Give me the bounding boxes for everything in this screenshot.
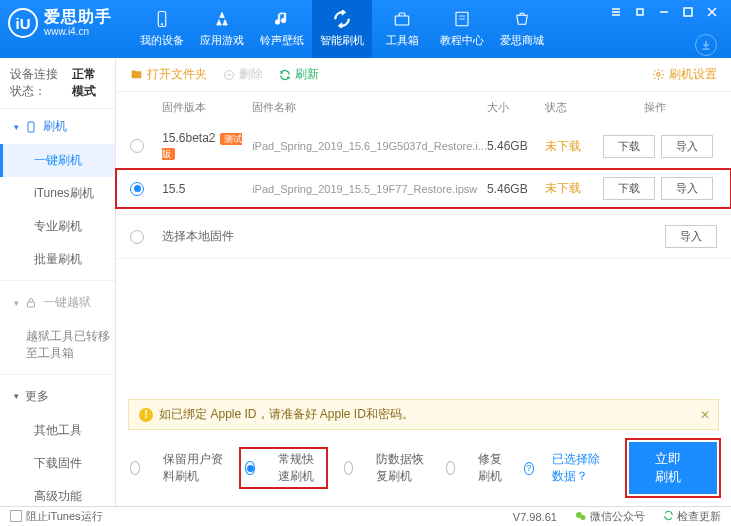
- sidebar-cat-more[interactable]: ▾更多: [0, 379, 115, 414]
- nav-apps[interactable]: 应用游戏: [192, 0, 252, 58]
- sidebar-cat-flash[interactable]: ▾刷机: [0, 109, 115, 144]
- sidebar-item-downloadfw[interactable]: 下载固件: [0, 447, 115, 480]
- block-itunes-checkbox[interactable]: 阻止iTunes运行: [10, 509, 103, 524]
- open-folder-button[interactable]: 打开文件夹: [130, 66, 207, 83]
- logo: iU 爱思助手 www.i4.cn: [8, 0, 112, 38]
- status-bar: 阻止iTunes运行 V7.98.61 微信公众号 检查更新: [0, 506, 731, 526]
- wechat-link[interactable]: 微信公众号: [575, 509, 645, 524]
- mode-quick[interactable]: 常规快速刷机: [241, 449, 325, 487]
- local-firmware-row[interactable]: 选择本地固件 导入: [116, 214, 731, 259]
- alert-close-button[interactable]: ✕: [700, 408, 710, 422]
- nav-ringtone[interactable]: 铃声壁纸: [252, 0, 312, 58]
- mode-repair[interactable]: 修复刷机: [446, 451, 506, 485]
- logo-icon: iU: [8, 8, 38, 38]
- main-panel: 打开文件夹 删除 刷新 刷机设置 固件版本 固件名称 大小 状态 操作 15.6…: [116, 58, 731, 506]
- title-bar: iU 爱思助手 www.i4.cn 我的设备 应用游戏 铃声壁纸 智能刷机 工具…: [0, 0, 731, 58]
- sidebar-jailbreak-note: 越狱工具已转移至工具箱: [0, 320, 115, 370]
- delete-button: 删除: [223, 66, 263, 83]
- close-button[interactable]: [701, 4, 723, 20]
- mode-anti-recover[interactable]: 防数据恢复刷机: [344, 451, 429, 485]
- download-button[interactable]: 下载: [603, 177, 655, 200]
- sidebar-item-itunes[interactable]: iTunes刷机: [0, 177, 115, 210]
- menu-button[interactable]: [605, 4, 627, 20]
- flash-settings-button[interactable]: 刷机设置: [652, 66, 717, 83]
- sidebar-item-othertools[interactable]: 其他工具: [0, 414, 115, 447]
- radio-local[interactable]: [130, 230, 144, 244]
- svg-rect-2: [395, 16, 409, 25]
- mode-keep-data[interactable]: 保留用户资料刷机: [130, 451, 223, 485]
- version-label: V7.98.61: [513, 511, 557, 523]
- main-nav: 我的设备 应用游戏 铃声壁纸 智能刷机 工具箱 教程中心 爱思商城: [132, 0, 552, 58]
- warning-icon: !: [139, 408, 153, 422]
- window-controls: [605, 0, 723, 20]
- maximize-button[interactable]: [677, 4, 699, 20]
- sidebar: 设备连接状态： 正常模式 ▾刷机 一键刷机 iTunes刷机 专业刷机 批量刷机…: [0, 58, 116, 506]
- app-title: 爱思助手: [44, 8, 112, 26]
- import-local-button[interactable]: 导入: [665, 225, 717, 248]
- svg-rect-10: [684, 8, 692, 16]
- nav-flash[interactable]: 智能刷机: [312, 0, 372, 58]
- firmware-row-1[interactable]: 15.5 iPad_Spring_2019_15.5_19F77_Restore…: [116, 169, 731, 208]
- nav-tutorial[interactable]: 教程中心: [432, 0, 492, 58]
- nav-device[interactable]: 我的设备: [132, 0, 192, 58]
- app-url: www.i4.cn: [44, 26, 112, 37]
- help-icon[interactable]: ?: [524, 462, 534, 475]
- sidebar-item-oneclick[interactable]: 一键刷机: [0, 144, 115, 177]
- minimize-button[interactable]: [653, 4, 675, 20]
- svg-rect-14: [28, 302, 35, 307]
- flash-mode-row: 保留用户资料刷机 常规快速刷机 防数据恢复刷机 修复刷机 ? 已选择除数据？ 立…: [116, 430, 731, 506]
- refresh-button[interactable]: 刷新: [279, 66, 319, 83]
- sidebar-item-advanced[interactable]: 高级功能: [0, 480, 115, 506]
- svg-rect-13: [28, 122, 34, 132]
- toolbar: 打开文件夹 删除 刷新 刷机设置: [116, 58, 731, 92]
- nav-store[interactable]: 爱思商城: [492, 0, 552, 58]
- connection-status: 设备连接状态： 正常模式: [0, 58, 115, 109]
- exclude-data-link[interactable]: 已选择除数据？: [552, 451, 611, 485]
- radio-selected[interactable]: [130, 182, 144, 196]
- sidebar-item-pro[interactable]: 专业刷机: [0, 210, 115, 243]
- firmware-row-0[interactable]: 15.6beta2测试版 iPad_Spring_2019_15.6_19G50…: [116, 123, 731, 169]
- svg-point-20: [580, 515, 585, 520]
- svg-point-18: [657, 73, 660, 76]
- download-button[interactable]: 下载: [603, 135, 655, 158]
- flash-now-button[interactable]: 立即刷机: [629, 442, 717, 494]
- sidebar-cat-jailbreak[interactable]: ▾一键越狱: [0, 285, 115, 320]
- sidebar-item-batch[interactable]: 批量刷机: [0, 243, 115, 276]
- svg-point-1: [161, 24, 163, 26]
- check-update-link[interactable]: 检查更新: [663, 509, 721, 524]
- import-button[interactable]: 导入: [661, 135, 713, 158]
- import-button[interactable]: 导入: [661, 177, 713, 200]
- radio-unselected[interactable]: [130, 139, 144, 153]
- download-manager-icon[interactable]: [695, 34, 717, 56]
- column-headers: 固件版本 固件名称 大小 状态 操作: [116, 92, 731, 123]
- apple-id-alert: ! 如已绑定 Apple ID，请准备好 Apple ID和密码。 ✕: [128, 399, 719, 430]
- nav-tools[interactable]: 工具箱: [372, 0, 432, 58]
- skin-button[interactable]: [629, 4, 651, 20]
